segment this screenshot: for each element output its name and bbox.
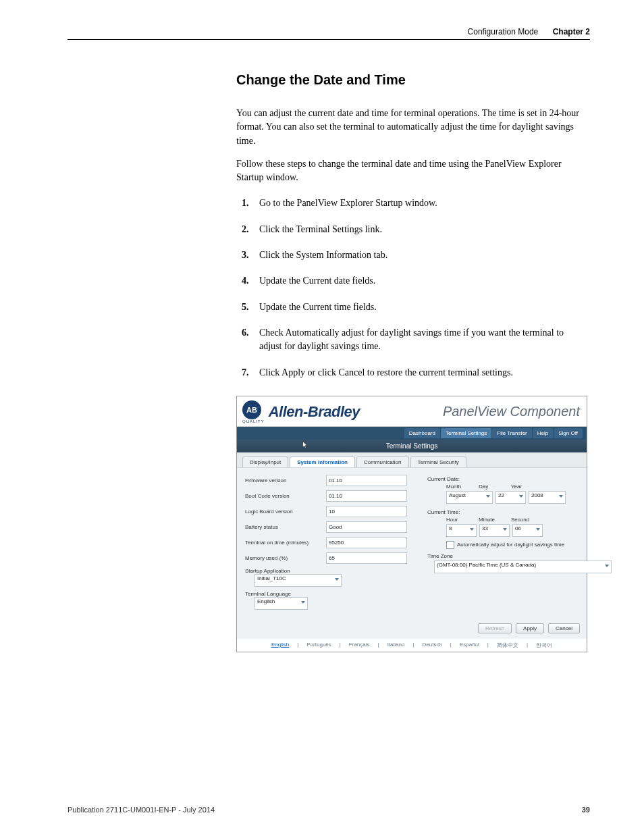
firmware-row: Firmware version 01.10 bbox=[245, 475, 407, 486]
lang-korean[interactable]: 한국어 bbox=[535, 642, 554, 649]
lang-portugues[interactable]: Português bbox=[305, 642, 332, 649]
language-bar: English | Português | Français | Italian… bbox=[237, 639, 587, 652]
month-label: Month bbox=[446, 484, 473, 490]
refresh-button[interactable]: Refresh bbox=[478, 623, 512, 633]
current-time-label: Current Time: bbox=[427, 509, 612, 515]
minute-label: Minute bbox=[479, 517, 506, 523]
nav-help[interactable]: Help bbox=[533, 428, 553, 438]
header-section: Configuration Mode bbox=[468, 27, 539, 36]
logicboard-value: 10 bbox=[326, 506, 407, 517]
memory-label: Memory used (%) bbox=[245, 555, 326, 561]
cursor-icon bbox=[302, 441, 308, 449]
step-item: Check Automatically adjust for daylight … bbox=[236, 326, 587, 354]
product-name: PanelView Component bbox=[443, 404, 580, 419]
startup-label: Startup Application bbox=[245, 568, 407, 574]
dst-label: Automatically adjust for daylight saving… bbox=[457, 542, 564, 548]
tab-body: Firmware version 01.10 Boot Code version… bbox=[237, 467, 587, 619]
tabs: Display/Input System Information Communi… bbox=[237, 452, 587, 467]
page-header: Configuration Mode Chapter 2 bbox=[68, 27, 590, 36]
nav-sign-off[interactable]: Sign Off bbox=[554, 428, 583, 438]
panel-title-bar: Terminal Settings bbox=[237, 440, 587, 452]
date-labels: Month Day Year bbox=[427, 484, 612, 490]
step-item: Update the Current date fields. bbox=[236, 274, 587, 288]
nav-dashboard[interactable]: Dashboard bbox=[404, 428, 440, 438]
lang-espanol[interactable]: Español bbox=[458, 642, 481, 649]
tab-display-input[interactable]: Display/Input bbox=[242, 457, 288, 467]
second-select[interactable]: 06 bbox=[512, 524, 543, 537]
ontime-value: 95250 bbox=[326, 537, 407, 548]
startup-select[interactable]: Initial_T10C bbox=[254, 574, 342, 587]
tz-label: Time Zone bbox=[427, 553, 612, 559]
nav-terminal-settings[interactable]: Terminal Settings bbox=[441, 428, 491, 438]
termlang-label: Terminal Language bbox=[245, 591, 407, 597]
nav-file-transfer[interactable]: File Transfer bbox=[492, 428, 531, 438]
hour-select[interactable]: 8 bbox=[446, 524, 477, 537]
step-item: Go to the PanelView Explorer Startup win… bbox=[236, 197, 587, 210]
tab-communication[interactable]: Communication bbox=[356, 457, 409, 467]
step-item: Click Apply or click Cancel to restore t… bbox=[236, 366, 587, 380]
logicboard-row: Logic Board version 10 bbox=[245, 506, 407, 517]
dst-row[interactable]: Automatically adjust for daylight saving… bbox=[427, 541, 612, 549]
date-selects: August 22 2008 bbox=[427, 491, 612, 504]
brand-badge-wrap: AB QUALITY bbox=[242, 400, 265, 423]
time-labels: Hour Minute Second bbox=[427, 517, 612, 523]
firmware-value: 01.10 bbox=[326, 475, 407, 486]
memory-row: Memory used (%) 65 bbox=[245, 552, 407, 564]
time-selects: 8 33 06 bbox=[427, 524, 612, 537]
firmware-label: Firmware version bbox=[245, 477, 326, 484]
memory-value: 65 bbox=[326, 552, 407, 564]
logicboard-label: Logic Board version bbox=[245, 509, 326, 515]
header-chapter: Chapter 2 bbox=[553, 27, 590, 36]
termlang-select[interactable]: English bbox=[254, 597, 308, 610]
brand-badge-icon: AB bbox=[242, 400, 261, 419]
top-nav: Dashboard Terminal Settings File Transfe… bbox=[237, 427, 587, 440]
lang-deutsch[interactable]: Deutsch bbox=[421, 642, 444, 649]
second-label: Second bbox=[511, 517, 538, 523]
battery-value: Good bbox=[326, 521, 407, 533]
intro-para-2: Follow these steps to change the termina… bbox=[236, 157, 587, 185]
tab-system-information[interactable]: System Information bbox=[290, 457, 355, 467]
bootcode-label: Boot Code version bbox=[245, 493, 326, 499]
brand-text: Allen-Bradley bbox=[269, 403, 360, 421]
steps-list: Go to the PanelView Explorer Startup win… bbox=[236, 197, 587, 379]
ontime-row: Terminal on time (minutes) 95250 bbox=[245, 537, 407, 548]
section-title: Change the Date and Time bbox=[236, 72, 587, 88]
step-item: Click the Terminal Settings link. bbox=[236, 223, 587, 236]
brand-sub: QUALITY bbox=[242, 419, 265, 423]
app-header: AB QUALITY Allen-Bradley PanelView Compo… bbox=[237, 396, 587, 427]
month-select[interactable]: August bbox=[446, 491, 493, 504]
left-column: Firmware version 01.10 Boot Code version… bbox=[245, 475, 407, 610]
page-number: 39 bbox=[582, 806, 590, 814]
apply-button[interactable]: Apply bbox=[516, 623, 544, 633]
battery-row: Battery status Good bbox=[245, 521, 407, 533]
year-select[interactable]: 2008 bbox=[529, 491, 566, 504]
lang-francais[interactable]: Français bbox=[348, 642, 371, 649]
lang-english[interactable]: English bbox=[270, 642, 290, 649]
year-label: Year bbox=[511, 484, 538, 490]
battery-label: Battery status bbox=[245, 524, 326, 530]
ontime-label: Terminal on time (minutes) bbox=[245, 540, 326, 546]
header-rule bbox=[68, 39, 590, 40]
hour-label: Hour bbox=[446, 517, 473, 523]
bootcode-value: 01.10 bbox=[326, 490, 407, 502]
day-select[interactable]: 22 bbox=[495, 491, 526, 504]
panel-title: Terminal Settings bbox=[386, 442, 438, 450]
page-footer: Publication 2711C-UM001I-EN-P - July 201… bbox=[68, 806, 590, 814]
right-column: Current Date: Month Day Year August 22 2… bbox=[427, 475, 612, 610]
bootcode-row: Boot Code version 01.10 bbox=[245, 490, 407, 502]
current-date-label: Current Date: bbox=[427, 476, 612, 482]
dst-checkbox[interactable] bbox=[446, 541, 454, 549]
tab-terminal-security[interactable]: Terminal Security bbox=[410, 457, 466, 467]
publication-info: Publication 2711C-UM001I-EN-P - July 201… bbox=[68, 806, 464, 814]
app-screenshot: AB QUALITY Allen-Bradley PanelView Compo… bbox=[236, 396, 587, 652]
lang-italiano[interactable]: Italiano bbox=[386, 642, 406, 649]
step-item: Update the Current time fields. bbox=[236, 301, 587, 314]
action-row: Refresh Apply Cancel bbox=[237, 619, 587, 639]
lang-chinese[interactable]: 简体中文 bbox=[495, 642, 520, 649]
day-label: Day bbox=[479, 484, 506, 490]
step-item: Click the System Information tab. bbox=[236, 249, 587, 262]
minute-select[interactable]: 33 bbox=[479, 524, 510, 537]
brand-block: AB QUALITY Allen-Bradley bbox=[242, 400, 360, 423]
tz-select[interactable]: (GMT-08:00) Pacific Time (US & Canada) bbox=[434, 561, 612, 573]
cancel-button[interactable]: Cancel bbox=[548, 623, 580, 633]
